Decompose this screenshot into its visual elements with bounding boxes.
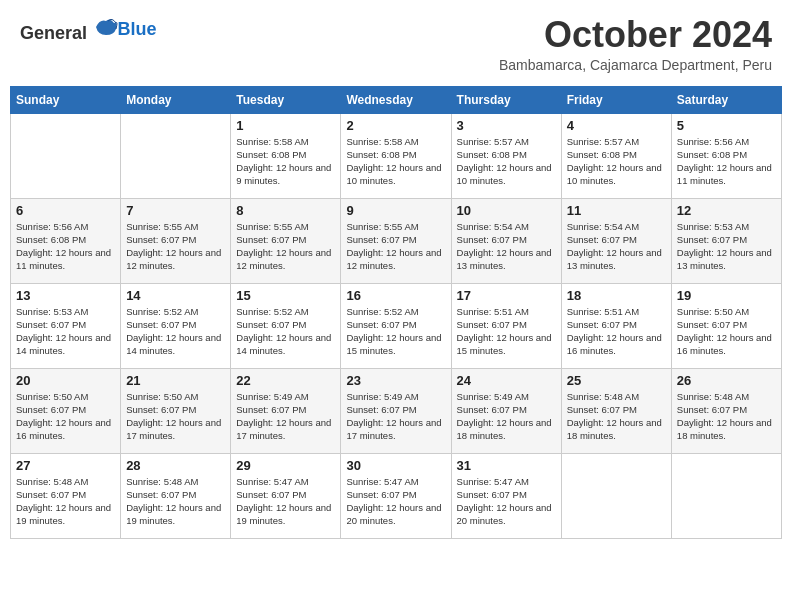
day-number: 23: [346, 373, 445, 388]
calendar-day-cell: 26Sunrise: 5:48 AM Sunset: 6:07 PM Dayli…: [671, 368, 781, 453]
day-number: 6: [16, 203, 115, 218]
calendar-day-cell: 15Sunrise: 5:52 AM Sunset: 6:07 PM Dayli…: [231, 283, 341, 368]
calendar-day-cell: 4Sunrise: 5:57 AM Sunset: 6:08 PM Daylig…: [561, 113, 671, 198]
day-info: Sunrise: 5:58 AM Sunset: 6:08 PM Dayligh…: [346, 135, 445, 188]
calendar-header-cell: Monday: [121, 86, 231, 113]
day-number: 4: [567, 118, 666, 133]
day-number: 14: [126, 288, 225, 303]
day-number: 21: [126, 373, 225, 388]
day-info: Sunrise: 5:50 AM Sunset: 6:07 PM Dayligh…: [126, 390, 225, 443]
day-info: Sunrise: 5:48 AM Sunset: 6:07 PM Dayligh…: [16, 475, 115, 528]
day-info: Sunrise: 5:50 AM Sunset: 6:07 PM Dayligh…: [16, 390, 115, 443]
calendar-week-row: 1Sunrise: 5:58 AM Sunset: 6:08 PM Daylig…: [11, 113, 782, 198]
calendar-day-cell: 1Sunrise: 5:58 AM Sunset: 6:08 PM Daylig…: [231, 113, 341, 198]
calendar-day-cell: 24Sunrise: 5:49 AM Sunset: 6:07 PM Dayli…: [451, 368, 561, 453]
day-info: Sunrise: 5:54 AM Sunset: 6:07 PM Dayligh…: [457, 220, 556, 273]
day-info: Sunrise: 5:56 AM Sunset: 6:08 PM Dayligh…: [677, 135, 776, 188]
day-info: Sunrise: 5:52 AM Sunset: 6:07 PM Dayligh…: [126, 305, 225, 358]
calendar-day-cell: [11, 113, 121, 198]
day-number: 24: [457, 373, 556, 388]
day-number: 26: [677, 373, 776, 388]
month-title: October 2024: [499, 15, 772, 55]
calendar-week-row: 13Sunrise: 5:53 AM Sunset: 6:07 PM Dayli…: [11, 283, 782, 368]
day-number: 27: [16, 458, 115, 473]
page-header: General Blue October 2024 Bambamarca, Ca…: [10, 10, 782, 78]
logo-blue: Blue: [118, 19, 157, 39]
calendar-table: SundayMondayTuesdayWednesdayThursdayFrid…: [10, 86, 782, 539]
day-info: Sunrise: 5:53 AM Sunset: 6:07 PM Dayligh…: [16, 305, 115, 358]
title-section: October 2024 Bambamarca, Cajamarca Depar…: [499, 15, 772, 73]
day-number: 15: [236, 288, 335, 303]
calendar-day-cell: 22Sunrise: 5:49 AM Sunset: 6:07 PM Dayli…: [231, 368, 341, 453]
calendar-day-cell: 17Sunrise: 5:51 AM Sunset: 6:07 PM Dayli…: [451, 283, 561, 368]
calendar-day-cell: 21Sunrise: 5:50 AM Sunset: 6:07 PM Dayli…: [121, 368, 231, 453]
day-number: 13: [16, 288, 115, 303]
calendar-header-cell: Sunday: [11, 86, 121, 113]
day-info: Sunrise: 5:56 AM Sunset: 6:08 PM Dayligh…: [16, 220, 115, 273]
calendar-day-cell: [671, 453, 781, 538]
calendar-day-cell: 10Sunrise: 5:54 AM Sunset: 6:07 PM Dayli…: [451, 198, 561, 283]
calendar-day-cell: 13Sunrise: 5:53 AM Sunset: 6:07 PM Dayli…: [11, 283, 121, 368]
day-info: Sunrise: 5:47 AM Sunset: 6:07 PM Dayligh…: [236, 475, 335, 528]
day-number: 31: [457, 458, 556, 473]
calendar-day-cell: 3Sunrise: 5:57 AM Sunset: 6:08 PM Daylig…: [451, 113, 561, 198]
day-info: Sunrise: 5:51 AM Sunset: 6:07 PM Dayligh…: [567, 305, 666, 358]
location-title: Bambamarca, Cajamarca Department, Peru: [499, 57, 772, 73]
day-info: Sunrise: 5:49 AM Sunset: 6:07 PM Dayligh…: [346, 390, 445, 443]
day-number: 18: [567, 288, 666, 303]
day-info: Sunrise: 5:57 AM Sunset: 6:08 PM Dayligh…: [567, 135, 666, 188]
day-info: Sunrise: 5:49 AM Sunset: 6:07 PM Dayligh…: [236, 390, 335, 443]
day-info: Sunrise: 5:54 AM Sunset: 6:07 PM Dayligh…: [567, 220, 666, 273]
day-number: 1: [236, 118, 335, 133]
day-number: 2: [346, 118, 445, 133]
day-info: Sunrise: 5:49 AM Sunset: 6:07 PM Dayligh…: [457, 390, 556, 443]
day-info: Sunrise: 5:50 AM Sunset: 6:07 PM Dayligh…: [677, 305, 776, 358]
calendar-day-cell: 18Sunrise: 5:51 AM Sunset: 6:07 PM Dayli…: [561, 283, 671, 368]
day-number: 28: [126, 458, 225, 473]
calendar-day-cell: 25Sunrise: 5:48 AM Sunset: 6:07 PM Dayli…: [561, 368, 671, 453]
logo-icon: [94, 15, 118, 39]
day-number: 8: [236, 203, 335, 218]
calendar-day-cell: 27Sunrise: 5:48 AM Sunset: 6:07 PM Dayli…: [11, 453, 121, 538]
day-number: 25: [567, 373, 666, 388]
day-info: Sunrise: 5:47 AM Sunset: 6:07 PM Dayligh…: [457, 475, 556, 528]
calendar-header-cell: Saturday: [671, 86, 781, 113]
calendar-day-cell: 14Sunrise: 5:52 AM Sunset: 6:07 PM Dayli…: [121, 283, 231, 368]
calendar-header-cell: Wednesday: [341, 86, 451, 113]
day-info: Sunrise: 5:55 AM Sunset: 6:07 PM Dayligh…: [126, 220, 225, 273]
day-number: 11: [567, 203, 666, 218]
calendar-day-cell: 23Sunrise: 5:49 AM Sunset: 6:07 PM Dayli…: [341, 368, 451, 453]
day-info: Sunrise: 5:51 AM Sunset: 6:07 PM Dayligh…: [457, 305, 556, 358]
logo-general: General: [20, 23, 87, 43]
calendar-week-row: 20Sunrise: 5:50 AM Sunset: 6:07 PM Dayli…: [11, 368, 782, 453]
calendar-day-cell: 11Sunrise: 5:54 AM Sunset: 6:07 PM Dayli…: [561, 198, 671, 283]
day-number: 5: [677, 118, 776, 133]
calendar-day-cell: [121, 113, 231, 198]
calendar-header-cell: Thursday: [451, 86, 561, 113]
calendar-day-cell: 20Sunrise: 5:50 AM Sunset: 6:07 PM Dayli…: [11, 368, 121, 453]
calendar-day-cell: 8Sunrise: 5:55 AM Sunset: 6:07 PM Daylig…: [231, 198, 341, 283]
day-info: Sunrise: 5:48 AM Sunset: 6:07 PM Dayligh…: [567, 390, 666, 443]
calendar-day-cell: 30Sunrise: 5:47 AM Sunset: 6:07 PM Dayli…: [341, 453, 451, 538]
day-number: 9: [346, 203, 445, 218]
calendar-day-cell: 19Sunrise: 5:50 AM Sunset: 6:07 PM Dayli…: [671, 283, 781, 368]
day-number: 17: [457, 288, 556, 303]
calendar-day-cell: 2Sunrise: 5:58 AM Sunset: 6:08 PM Daylig…: [341, 113, 451, 198]
calendar-day-cell: 9Sunrise: 5:55 AM Sunset: 6:07 PM Daylig…: [341, 198, 451, 283]
day-number: 10: [457, 203, 556, 218]
day-info: Sunrise: 5:55 AM Sunset: 6:07 PM Dayligh…: [236, 220, 335, 273]
day-info: Sunrise: 5:48 AM Sunset: 6:07 PM Dayligh…: [126, 475, 225, 528]
day-number: 19: [677, 288, 776, 303]
calendar-header-cell: Friday: [561, 86, 671, 113]
day-info: Sunrise: 5:58 AM Sunset: 6:08 PM Dayligh…: [236, 135, 335, 188]
calendar-header-row: SundayMondayTuesdayWednesdayThursdayFrid…: [11, 86, 782, 113]
day-number: 30: [346, 458, 445, 473]
day-info: Sunrise: 5:53 AM Sunset: 6:07 PM Dayligh…: [677, 220, 776, 273]
calendar-day-cell: 6Sunrise: 5:56 AM Sunset: 6:08 PM Daylig…: [11, 198, 121, 283]
calendar-day-cell: 16Sunrise: 5:52 AM Sunset: 6:07 PM Dayli…: [341, 283, 451, 368]
day-info: Sunrise: 5:47 AM Sunset: 6:07 PM Dayligh…: [346, 475, 445, 528]
day-info: Sunrise: 5:52 AM Sunset: 6:07 PM Dayligh…: [236, 305, 335, 358]
calendar-day-cell: 12Sunrise: 5:53 AM Sunset: 6:07 PM Dayli…: [671, 198, 781, 283]
day-number: 29: [236, 458, 335, 473]
day-info: Sunrise: 5:48 AM Sunset: 6:07 PM Dayligh…: [677, 390, 776, 443]
